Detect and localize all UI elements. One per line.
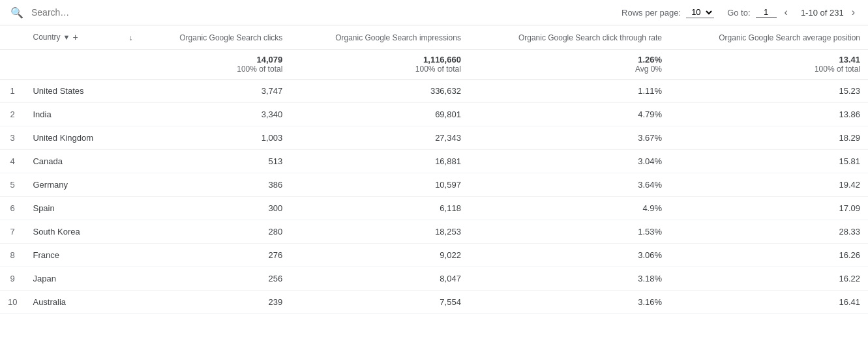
row-num-cell: 5 bbox=[0, 173, 25, 197]
row-sort-cell bbox=[121, 291, 141, 314]
avg-position-cell: 13.86 bbox=[670, 103, 868, 126]
impressions-cell: 8,047 bbox=[290, 267, 469, 291]
clicks-cell: 3,340 bbox=[141, 103, 291, 126]
clicks-cell: 3,747 bbox=[141, 79, 291, 103]
clicks-cell: 513 bbox=[141, 150, 291, 173]
table-row: 10 Australia 239 7,554 3.16% 16.41 bbox=[0, 291, 868, 314]
avg-position-cell: 19.42 bbox=[670, 173, 868, 197]
row-sort-cell bbox=[121, 267, 141, 291]
row-sort-cell bbox=[121, 197, 141, 220]
country-header: Country ▼ + bbox=[25, 25, 121, 50]
country-name-cell: Australia bbox=[25, 291, 121, 314]
prev-page-button[interactable]: ‹ bbox=[782, 5, 790, 20]
row-num-cell: 2 bbox=[0, 103, 25, 126]
impressions-cell: 10,597 bbox=[290, 173, 469, 197]
search-icon: 🔍 bbox=[10, 7, 23, 19]
country-name-cell: India bbox=[25, 103, 121, 126]
totals-num-cell bbox=[0, 50, 25, 79]
row-num-header bbox=[0, 25, 25, 50]
country-name-cell: United States bbox=[25, 79, 121, 103]
next-page-button[interactable]: › bbox=[849, 5, 858, 20]
table-body: 1 United States 3,747 336,632 1.11% 15.2… bbox=[0, 79, 868, 314]
avg-position-cell: 15.81 bbox=[670, 150, 868, 173]
sort-col-header: ↓ bbox=[121, 25, 141, 50]
country-name-cell: United Kingdom bbox=[25, 126, 121, 150]
totals-impressions-cell: 1,116,660 100% of total bbox=[290, 50, 469, 79]
impressions-cell: 6,118 bbox=[290, 197, 469, 220]
table-row: 7 South Korea 280 18,253 1.53% 28.33 bbox=[0, 220, 868, 244]
row-num-cell: 6 bbox=[0, 197, 25, 220]
clicks-cell: 256 bbox=[141, 267, 291, 291]
impressions-cell: 9,022 bbox=[290, 244, 469, 267]
row-sort-cell bbox=[121, 150, 141, 173]
ctr-cell: 3.18% bbox=[469, 267, 670, 291]
data-table: Country ▼ + ↓ Organic Google Search clic… bbox=[0, 25, 868, 314]
table-row: 4 Canada 513 16,881 3.04% 15.81 bbox=[0, 150, 868, 173]
country-name-cell: Spain bbox=[25, 197, 121, 220]
totals-clicks-cell: 14,079 100% of total bbox=[141, 50, 291, 79]
row-sort-cell bbox=[121, 79, 141, 103]
totals-row: 14,079 100% of total 1,116,660 100% of t… bbox=[0, 50, 868, 79]
ctr-cell: 3.04% bbox=[469, 150, 670, 173]
country-name-cell: South Korea bbox=[25, 220, 121, 244]
clicks-cell: 276 bbox=[141, 244, 291, 267]
totals-sort-cell bbox=[121, 50, 141, 79]
row-num-cell: 8 bbox=[0, 244, 25, 267]
ctr-cell: 3.16% bbox=[469, 291, 670, 314]
country-name-cell: Japan bbox=[25, 267, 121, 291]
table-row: 1 United States 3,747 336,632 1.11% 15.2… bbox=[0, 79, 868, 103]
clicks-cell: 386 bbox=[141, 173, 291, 197]
row-sort-cell bbox=[121, 220, 141, 244]
table-header-row: Country ▼ + ↓ Organic Google Search clic… bbox=[0, 25, 868, 50]
avg-position-cell: 16.26 bbox=[670, 244, 868, 267]
impressions-cell: 7,554 bbox=[290, 291, 469, 314]
add-dimension-icon[interactable]: + bbox=[72, 32, 78, 42]
page-info: 1-10 of 231 bbox=[801, 8, 844, 18]
table-row: 2 India 3,340 69,801 4.79% 13.86 bbox=[0, 103, 868, 126]
clicks-cell: 280 bbox=[141, 220, 291, 244]
row-num-cell: 7 bbox=[0, 220, 25, 244]
totals-country-cell bbox=[25, 50, 121, 79]
table-row: 6 Spain 300 6,118 4.9% 17.09 bbox=[0, 197, 868, 220]
pagination-controls: Rows per page: 10 25 50 Go to: ‹ 1-10 of… bbox=[621, 5, 858, 20]
country-name-cell: Canada bbox=[25, 150, 121, 173]
ctr-cell: 4.79% bbox=[469, 103, 670, 126]
rows-per-page-select[interactable]: 10 25 50 bbox=[686, 7, 714, 18]
table-row: 8 France 276 9,022 3.06% 16.26 bbox=[0, 244, 868, 267]
goto-input[interactable] bbox=[756, 7, 777, 18]
search-input[interactable] bbox=[31, 7, 614, 18]
table-row: 5 Germany 386 10,597 3.64% 19.42 bbox=[0, 173, 868, 197]
table-row: 9 Japan 256 8,047 3.18% 16.22 bbox=[0, 267, 868, 291]
row-num-cell: 10 bbox=[0, 291, 25, 314]
row-num-cell: 3 bbox=[0, 126, 25, 150]
ctr-cell: 1.53% bbox=[469, 220, 670, 244]
top-bar: 🔍 Rows per page: 10 25 50 Go to: ‹ 1-10 … bbox=[0, 0, 868, 25]
ctr-cell: 3.06% bbox=[469, 244, 670, 267]
clicks-header: Organic Google Search clicks bbox=[141, 25, 291, 50]
row-sort-cell bbox=[121, 244, 141, 267]
avg-position-cell: 18.29 bbox=[670, 126, 868, 150]
ctr-cell: 4.9% bbox=[469, 197, 670, 220]
ctr-cell: 1.11% bbox=[469, 79, 670, 103]
rows-per-page-label: Rows per page: bbox=[621, 8, 681, 18]
totals-ctr-cell: 1.26% Avg 0% bbox=[469, 50, 670, 79]
impressions-cell: 336,632 bbox=[290, 79, 469, 103]
impressions-cell: 16,881 bbox=[290, 150, 469, 173]
avg-position-cell: 28.33 bbox=[670, 220, 868, 244]
row-sort-cell bbox=[121, 103, 141, 126]
goto-label: Go to: bbox=[727, 8, 750, 18]
table-row: 3 United Kingdom 1,003 27,343 3.67% 18.2… bbox=[0, 126, 868, 150]
totals-avg-position-cell: 13.41 100% of total bbox=[670, 50, 868, 79]
row-sort-cell bbox=[121, 126, 141, 150]
avg-position-cell: 16.41 bbox=[670, 291, 868, 314]
ctr-header: Organic Google Search click through rate bbox=[469, 25, 670, 50]
country-name-cell: France bbox=[25, 244, 121, 267]
country-name-cell: Germany bbox=[25, 173, 121, 197]
clicks-cell: 239 bbox=[141, 291, 291, 314]
country-filter-icon[interactable]: ▼ bbox=[63, 33, 70, 41]
avg-position-cell: 15.23 bbox=[670, 79, 868, 103]
row-num-cell: 4 bbox=[0, 150, 25, 173]
clicks-cell: 300 bbox=[141, 197, 291, 220]
avg-position-cell: 17.09 bbox=[670, 197, 868, 220]
row-sort-cell bbox=[121, 173, 141, 197]
